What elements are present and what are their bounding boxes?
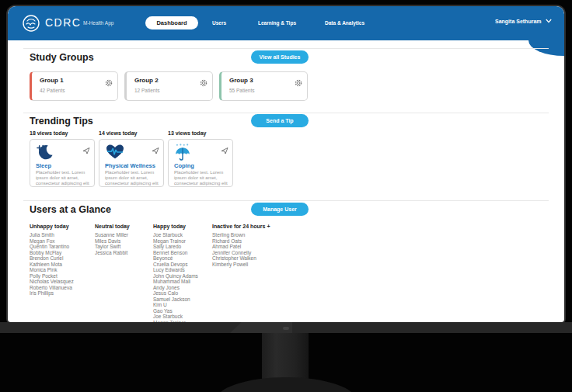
send-a-tip-button[interactable]: Send a Tip (251, 114, 309, 127)
user-name: Muhammad Mali (153, 279, 215, 285)
study-groups-title: Study Groups (30, 52, 94, 63)
user-name: Megan Trainor (153, 238, 215, 245)
tip-views-count: 13 views today (168, 130, 206, 136)
user-column-happy: Happy today Joe StarbuckMegan TrainorSal… (153, 224, 215, 322)
divider (23, 200, 549, 201)
gear-icon[interactable] (200, 76, 208, 84)
user-name-list: Joe StarbuckMegan TrainorSally LaredoBen… (153, 232, 215, 322)
app-name: M-Health App (83, 20, 113, 26)
user-name: Joe Starbuck (153, 314, 215, 320)
tip-card-physical-wellness[interactable]: Physical Wellness Placeholder text. Lore… (99, 139, 164, 187)
column-header: Happy today (153, 224, 215, 229)
tip-title: Coping (174, 162, 194, 169)
group-patient-count: 42 Patients (40, 88, 65, 93)
user-name: John Quincy Adams (153, 273, 215, 279)
user-name: Quentin Tarantino (30, 244, 92, 250)
user-name: Nicholas Velasquez (30, 279, 92, 285)
tip-views-count: 14 views today (99, 130, 137, 136)
user-name: Jennifer Connelly (212, 250, 274, 256)
group-patient-count: 12 Patients (134, 88, 160, 93)
user-column-unhappy: Unhappy today Julia SmithMegan FoxQuenti… (30, 224, 92, 297)
view-all-studies-button[interactable]: View all Studies (251, 50, 309, 64)
user-name: Iris Phillips (30, 290, 92, 297)
user-name: Julia Smith (30, 232, 92, 238)
cdrc-logo-icon (22, 14, 40, 33)
tab-users[interactable]: Users (212, 20, 226, 26)
user-name-list: Susanne MillerMiles DavisTaylor SwiftJes… (95, 232, 157, 255)
user-name: Sally Laredo (153, 244, 215, 250)
user-name: Richard Oats (212, 238, 274, 245)
user-name: Miles Davis (95, 238, 157, 245)
user-name: Ahmad Patel (212, 244, 274, 250)
user-name: Sterling Brown (212, 232, 274, 238)
user-name: Andy Jones (153, 285, 215, 291)
user-name-list: Sterling BrownRichard OatsAhmad PatelJen… (212, 232, 274, 267)
study-group-card[interactable]: Group 2 12 Patients (124, 71, 213, 101)
manage-user-button[interactable]: Manage User (251, 203, 309, 216)
user-name: Kim U (153, 302, 215, 308)
user-name: Cruella Devops (153, 262, 215, 268)
divider (23, 113, 549, 113)
user-name: Jessica Rabbit (95, 250, 157, 256)
user-name: Bobby McFlay (30, 250, 92, 256)
user-name: Megan Fox (30, 238, 92, 245)
moon-stars-icon (36, 144, 54, 161)
monitor-logo-dot (283, 327, 289, 330)
user-name: Kimberly Powell (212, 262, 274, 268)
send-tip-icon[interactable] (152, 144, 159, 151)
column-header: Unhappy today (30, 224, 92, 229)
tab-learning-tips[interactable]: Learning & Tips (258, 20, 296, 26)
study-group-card[interactable]: Group 3 55 Patients (219, 71, 308, 101)
group-name: Group 3 (229, 77, 253, 84)
monitor: CDRC M-Health App Dashboard Users Learni… (0, 0, 572, 392)
user-name: Monica Pink (30, 267, 92, 273)
user-name: Lucy Edwards (153, 267, 215, 273)
user-name: Joe Starbuck (153, 232, 215, 238)
user-name: Jesus Calo (153, 290, 215, 297)
send-tip-icon[interactable] (82, 144, 90, 151)
user-name: Beyoncé (153, 255, 215, 262)
heart-pulse-icon (105, 144, 125, 161)
gear-icon[interactable] (295, 76, 302, 84)
tip-card-sleep[interactable]: Sleep Placeholder text. Lorem ipsum dolo… (30, 139, 95, 187)
chevron-down-icon (546, 19, 552, 24)
tip-title: Physical Wellness (105, 162, 155, 169)
user-column-neutral: Neutral today Susanne MillerMiles DavisT… (95, 224, 157, 255)
group-name: Group 2 (134, 77, 159, 84)
tab-data-analytics[interactable]: Data & Analytics (325, 20, 364, 26)
divider (23, 48, 549, 49)
tab-dashboard[interactable]: Dashboard (145, 16, 198, 29)
user-name: Gao Yas (153, 308, 215, 314)
user-name: Samuel Jackson (153, 297, 215, 303)
monitor-stand-neck (262, 333, 309, 381)
umbrella-rain-icon (174, 144, 191, 161)
brand-name: CDRC (45, 16, 81, 29)
top-nav: CDRC M-Health App Dashboard Users Learni… (8, 6, 564, 40)
user-menu[interactable]: Sangita Sethuram (495, 19, 552, 24)
tip-body: Placeholder text. Lorem ipsum dolor sit … (36, 170, 91, 186)
user-name-label: Sangita Sethuram (495, 19, 542, 24)
gear-icon[interactable] (105, 76, 113, 84)
tip-title: Sleep (36, 162, 51, 169)
monitor-stand-base (215, 377, 357, 392)
study-group-card[interactable]: Group 1 42 Patients (30, 71, 118, 101)
tip-card-coping[interactable]: Coping Placeholder text. Lorem ipsum dol… (168, 139, 233, 187)
group-patient-count: 55 Patients (229, 88, 255, 93)
trending-tips-title: Trending Tips (30, 116, 93, 127)
screen: CDRC M-Health App Dashboard Users Learni… (8, 6, 564, 322)
send-tip-icon[interactable] (221, 144, 228, 151)
user-name: Kathleen Mota (30, 262, 92, 268)
column-header: Neutral today (95, 224, 157, 229)
user-name: Roberto Villanueva (30, 285, 92, 291)
user-name: Susanne Miller (95, 232, 157, 238)
tip-body: Placeholder text. Lorem ipsum dolor sit … (174, 170, 229, 186)
user-name: Brendon Curiel (30, 255, 92, 262)
tip-body: Placeholder text. Lorem ipsum dolor sit … (105, 170, 160, 186)
user-name-list: Julia SmithMegan FoxQuentin TarantinoBob… (30, 232, 92, 297)
user-name: Polly Pocket (30, 273, 92, 279)
user-name: Taylor Swift (95, 244, 157, 250)
user-name: Christopher Walken (212, 255, 274, 262)
tip-views-count: 18 views today (30, 130, 68, 136)
group-name: Group 1 (40, 77, 64, 84)
user-column-inactive: Inactive for 24 hours + Sterling BrownRi… (212, 224, 274, 267)
